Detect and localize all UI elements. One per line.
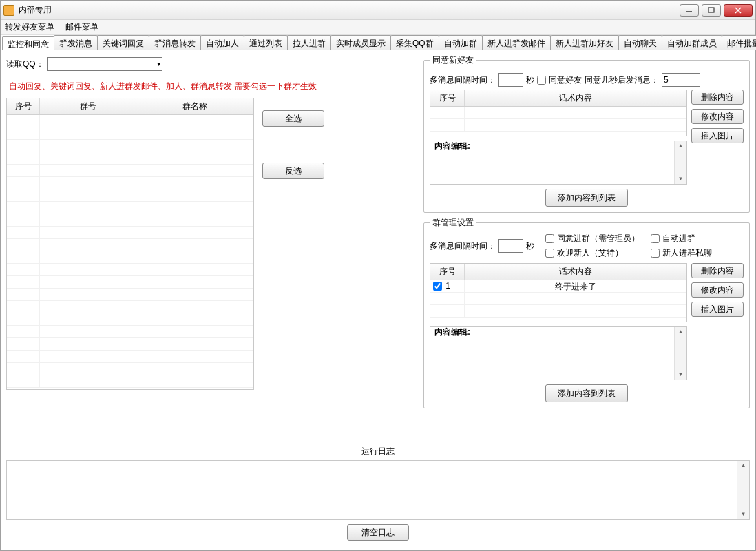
fs1-modify-button[interactable]: 修改内容 xyxy=(691,109,744,124)
fs1-col-index: 序号 xyxy=(430,90,465,106)
fs2-insert-image-button[interactable]: 插入图片 xyxy=(691,302,744,317)
menu-forward-friends[interactable]: 转发好友菜单 xyxy=(5,21,54,33)
group-manage-fieldset: 群管理设置 多消息间隔时间： 秒 同意进群（需管理员） 欢迎新人（艾特） 自动进… xyxy=(423,217,750,408)
tab-pull-group[interactable]: 拉人进群 xyxy=(287,35,331,50)
fs2-editor-label: 内容编辑: xyxy=(434,326,470,338)
fs2-row1-check[interactable] xyxy=(433,282,442,291)
tab-auto-add[interactable]: 自动加人 xyxy=(200,35,244,50)
fs1-script-grid[interactable]: 序号 话术内容 xyxy=(430,90,687,136)
warning-text: 自动回复、关键词回复、新人进群发邮件、加人、群消息转发 需要勾选一下群才生效 xyxy=(9,81,419,92)
fs1-content-editor[interactable]: 内容编辑: ▲▼ xyxy=(430,141,687,185)
fs1-editor-label: 内容编辑: xyxy=(434,141,470,152)
fs1-interval-label: 多消息间隔时间： xyxy=(430,74,496,86)
tab-bulk-mail[interactable]: 邮件批量发送 xyxy=(722,35,756,50)
chk-agree-group[interactable]: 同意进群（需管理员） xyxy=(545,233,640,245)
fs1-add-to-list-button[interactable]: 添加内容到列表 xyxy=(545,189,628,207)
tab-monitor-agree[interactable]: 监控和同意 xyxy=(2,36,54,50)
fs2-col-content: 话术内容 xyxy=(465,264,686,280)
col-index: 序号 xyxy=(7,98,40,114)
fs2-script-grid[interactable]: 序号 话术内容 1 终于进来了 xyxy=(430,263,687,322)
invert-select-button[interactable]: 反选 xyxy=(262,163,324,179)
fs1-insert-image-button[interactable]: 插入图片 xyxy=(691,128,744,143)
fs1-interval-input[interactable] xyxy=(498,73,523,87)
agree-friend-fieldset: 同意新好友 多消息间隔时间： 秒 同意好友 同意几秒后发消息： xyxy=(423,54,750,213)
tab-msg-forward[interactable]: 群消息转发 xyxy=(149,35,201,50)
menu-bar: 转发好友菜单 邮件菜单 xyxy=(1,20,755,35)
group-grid[interactable]: 序号 群号 群名称 xyxy=(6,98,254,390)
chk-welcome[interactable]: 欢迎新人（艾特） xyxy=(545,247,640,259)
tab-pass-list[interactable]: 通过列表 xyxy=(244,35,288,50)
fs2-modify-button[interactable]: 修改内容 xyxy=(691,282,744,298)
menu-mail[interactable]: 邮件菜单 xyxy=(65,21,98,33)
app-icon xyxy=(3,5,14,16)
content-area: 读取QQ： ▼ 自动回复、关键词回复、新人进群发邮件、加人、群消息转发 需要勾选… xyxy=(1,50,755,550)
log-textarea[interactable]: ▲▼ xyxy=(6,460,750,520)
tab-auto-chat[interactable]: 自动聊天 xyxy=(618,35,662,50)
fs2-col-index: 序号 xyxy=(430,264,465,280)
fs1-delay-label: 同意几秒后发消息： xyxy=(585,74,659,86)
chk-agree-friend[interactable]: 同意好友 xyxy=(537,74,582,86)
group-manage-legend: 群管理设置 xyxy=(430,217,476,229)
col-group-id: 群号 xyxy=(40,98,136,114)
log-title: 运行日志 xyxy=(6,443,750,460)
tab-keyword-reply[interactable]: 关键词回复 xyxy=(97,35,149,50)
scrollbar[interactable]: ▲▼ xyxy=(737,461,749,519)
chk-auto-group[interactable]: 自动进群 xyxy=(651,233,712,245)
tab-newbie-addfriend[interactable]: 新人进群加好友 xyxy=(550,35,619,50)
window-title: 内部专用 xyxy=(19,4,680,16)
fs2-content-editor[interactable]: 内容编辑: ▲▼ xyxy=(430,326,687,380)
fs2-sec: 秒 xyxy=(526,240,534,252)
fs1-delay-input[interactable] xyxy=(662,73,700,87)
readqq-label: 读取QQ： xyxy=(6,59,44,70)
tab-realtime-members[interactable]: 实时成员显示 xyxy=(330,35,391,50)
fs2-interval-input[interactable] xyxy=(498,239,523,253)
fs2-add-to-list-button[interactable]: 添加内容到列表 xyxy=(545,384,628,402)
scrollbar[interactable]: ▲▼ xyxy=(674,141,686,184)
tab-group-send[interactable]: 群发消息 xyxy=(54,35,98,50)
fs2-row1-text: 终于进来了 xyxy=(465,280,686,292)
tab-auto-add-members[interactable]: 自动加群成员 xyxy=(662,35,722,50)
maximize-button[interactable] xyxy=(702,4,721,17)
tab-newbie-mail[interactable]: 新人进群发邮件 xyxy=(482,35,551,50)
readqq-input[interactable] xyxy=(48,58,156,70)
table-row[interactable]: 1 终于进来了 xyxy=(430,280,686,293)
scrollbar[interactable]: ▲▼ xyxy=(674,327,686,380)
tab-auto-join-group[interactable]: 自动加群 xyxy=(439,35,483,50)
title-bar: 内部专用 xyxy=(1,1,755,20)
col-group-name: 群名称 xyxy=(136,98,253,114)
fs2-delete-button[interactable]: 删除内容 xyxy=(691,263,744,278)
clear-log-button[interactable]: 清空日志 xyxy=(347,524,409,541)
tab-bar: 监控和同意 群发消息 关键词回复 群消息转发 自动加人 通过列表 拉人进群 实时… xyxy=(1,35,755,50)
readqq-combo[interactable]: ▼ xyxy=(47,57,162,71)
app-window: 内部专用 转发好友菜单 邮件菜单 监控和同意 群发消息 关键词回复 群消息转发 … xyxy=(0,0,756,551)
fs1-col-content: 话术内容 xyxy=(465,90,686,106)
fs2-interval-label: 多消息间隔时间： xyxy=(430,240,496,252)
fs1-delete-button[interactable]: 删除内容 xyxy=(691,90,744,105)
chk-private[interactable]: 新人进群私聊 xyxy=(651,247,712,259)
tab-collect-qq[interactable]: 采集QQ群 xyxy=(390,35,439,50)
fs1-sec: 秒 xyxy=(526,74,534,86)
close-button[interactable] xyxy=(724,4,753,17)
svg-rect-1 xyxy=(708,8,714,12)
minimize-button[interactable] xyxy=(680,4,699,17)
select-all-button[interactable]: 全选 xyxy=(262,110,324,127)
dropdown-icon[interactable]: ▼ xyxy=(156,61,162,67)
agree-friend-legend: 同意新好友 xyxy=(430,54,476,66)
